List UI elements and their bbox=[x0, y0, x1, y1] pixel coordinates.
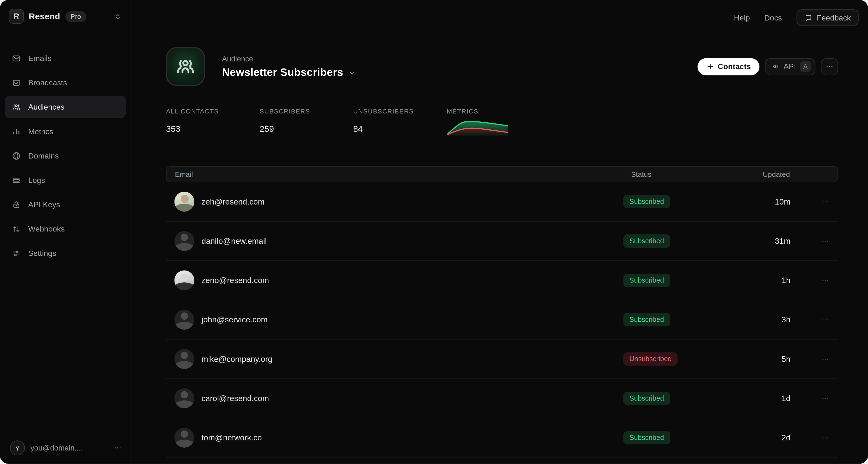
column-header-email[interactable]: Email bbox=[166, 170, 193, 178]
sidebar-nav: Emails Broadcasts Audiences Metrics Doma… bbox=[0, 46, 131, 265]
sidebar-item-broadcasts[interactable]: Broadcasts bbox=[5, 71, 126, 94]
chevron-up-down-icon[interactable] bbox=[114, 12, 122, 20]
shortcut-badge: A bbox=[800, 61, 811, 72]
avatar bbox=[174, 310, 194, 330]
sidebar: R Resend Pro Emails Broadcasts Audiences bbox=[0, 0, 131, 464]
brand-name: Resend bbox=[29, 11, 60, 21]
sidebar-item-audiences[interactable]: Audiences bbox=[5, 96, 126, 118]
row-menu-icon[interactable] bbox=[818, 237, 831, 244]
user-email: you@domain.... bbox=[30, 444, 108, 452]
sidebar-item-label: Logs bbox=[28, 176, 45, 184]
table-row[interactable]: zeno@resend.com Subscribed 1h bbox=[166, 261, 838, 300]
page-title: Newsletter Subscribers bbox=[222, 66, 343, 79]
sidebar-item-label: Settings bbox=[28, 249, 56, 258]
audience-icon-tile bbox=[166, 47, 205, 86]
stats-row: ALL CONTACTS 353 SUBSCRIBERS 259 UNSUBSC… bbox=[166, 108, 838, 136]
docs-link[interactable]: Docs bbox=[764, 13, 782, 22]
people-icon bbox=[175, 56, 196, 77]
stat-subscribers: SUBSCRIBERS 259 bbox=[260, 108, 353, 134]
table-header: Email Status Updated bbox=[166, 166, 838, 182]
stat-metrics: METRICS bbox=[447, 108, 540, 136]
row-menu-icon[interactable] bbox=[818, 277, 831, 284]
add-contacts-button[interactable]: Contacts bbox=[698, 58, 760, 75]
row-menu-icon[interactable] bbox=[818, 395, 831, 402]
page-header: Audience Newsletter Subscribers Contacts… bbox=[166, 47, 838, 86]
row-menu-icon[interactable] bbox=[818, 434, 831, 441]
inbox-icon bbox=[11, 78, 21, 87]
sidebar-item-metrics[interactable]: Metrics bbox=[5, 120, 126, 142]
row-menu-icon[interactable] bbox=[818, 316, 831, 323]
globe-icon bbox=[11, 151, 21, 161]
metrics-sparkline bbox=[447, 118, 509, 136]
feedback-button[interactable]: Feedback bbox=[796, 9, 859, 26]
api-button[interactable]: API A bbox=[765, 58, 815, 75]
sidebar-item-label: Domains bbox=[28, 151, 59, 160]
status-badge: Subscribed bbox=[623, 392, 670, 405]
sidebar-item-label: Emails bbox=[28, 54, 52, 63]
table-row[interactable]: mike@company.org Unsubscribed 5h bbox=[166, 340, 838, 379]
sidebar-item-domains[interactable]: Domains bbox=[5, 145, 126, 167]
bar-chart-icon bbox=[11, 126, 21, 136]
sidebar-item-label: API Keys bbox=[28, 200, 60, 209]
sidebar-item-label: Broadcasts bbox=[28, 78, 67, 87]
help-link[interactable]: Help bbox=[734, 13, 750, 22]
logs-icon bbox=[11, 175, 21, 185]
code-icon bbox=[772, 63, 780, 70]
app-window: R Resend Pro Emails Broadcasts Audiences bbox=[0, 0, 868, 464]
table-row[interactable]: john@service.com Subscribed 3h bbox=[166, 300, 838, 340]
sidebar-item-label: Audiences bbox=[28, 103, 64, 111]
lock-icon bbox=[11, 200, 21, 209]
sidebar-item-logs[interactable]: Logs bbox=[5, 169, 126, 191]
sidebar-item-webhooks[interactable]: Webhooks bbox=[5, 218, 126, 240]
status-badge: Subscribed bbox=[623, 195, 670, 208]
stage: R Resend Pro Emails Broadcasts Audiences bbox=[0, 0, 868, 464]
user-avatar: Y bbox=[10, 441, 25, 456]
more-options-button[interactable] bbox=[821, 58, 838, 75]
speech-bubble-icon bbox=[804, 13, 812, 22]
avatar bbox=[174, 270, 194, 290]
status-badge: Subscribed bbox=[623, 431, 670, 444]
table-row[interactable]: danilo@new.email Subscribed 31m bbox=[166, 222, 838, 261]
workspace-switcher[interactable]: R Resend Pro bbox=[0, 0, 131, 24]
header-text: Audience Newsletter Subscribers bbox=[222, 55, 355, 79]
header-actions: Contacts API A bbox=[698, 58, 838, 75]
column-header-updated[interactable]: Updated bbox=[763, 170, 790, 178]
table-row[interactable]: tom@network.co Subscribed 2d bbox=[166, 418, 838, 458]
plan-badge: Pro bbox=[65, 11, 86, 22]
sidebar-item-emails[interactable]: Emails bbox=[5, 47, 126, 69]
sidebar-item-label: Metrics bbox=[28, 127, 53, 136]
contacts-table: Email Status Updated zeh@resend.com Subs… bbox=[166, 166, 838, 458]
stat-unsubscribers: UNSUBSCRIBERS 84 bbox=[353, 108, 447, 134]
topbar: Help Docs Feedback bbox=[734, 9, 859, 26]
ellipsis-icon[interactable] bbox=[113, 444, 122, 452]
table-row[interactable]: carol@resend.com Subscribed 1d bbox=[166, 379, 838, 418]
status-badge: Subscribed bbox=[623, 274, 670, 287]
sliders-icon bbox=[11, 249, 21, 258]
avatar bbox=[174, 428, 194, 447]
envelope-icon bbox=[11, 54, 21, 63]
chevron-down-icon[interactable] bbox=[348, 69, 355, 76]
sidebar-item-settings[interactable]: Settings bbox=[5, 242, 126, 264]
sidebar-item-label: Webhooks bbox=[28, 224, 65, 233]
status-badge: Subscribed bbox=[623, 234, 670, 248]
stat-all-contacts: ALL CONTACTS 353 bbox=[166, 108, 260, 134]
status-badge: Unsubscribed bbox=[623, 352, 678, 366]
sidebar-item-api-keys[interactable]: API Keys bbox=[5, 194, 126, 215]
user-menu[interactable]: Y you@domain.... bbox=[0, 441, 131, 464]
people-icon bbox=[11, 102, 21, 112]
content: Audience Newsletter Subscribers Contacts… bbox=[131, 0, 868, 458]
page-eyebrow: Audience bbox=[222, 55, 355, 63]
table-row[interactable]: zeh@resend.com Subscribed 10m bbox=[166, 182, 838, 222]
column-header-status[interactable]: Status bbox=[631, 170, 652, 178]
arrows-up-down-icon bbox=[11, 224, 21, 233]
plus-icon bbox=[706, 63, 714, 70]
avatar bbox=[174, 231, 194, 251]
avatar bbox=[174, 388, 194, 408]
row-menu-icon[interactable] bbox=[818, 355, 831, 362]
row-menu-icon[interactable] bbox=[818, 198, 831, 205]
resend-logo: R bbox=[9, 9, 24, 24]
main-area: Help Docs Feedback Audience Newsletter S… bbox=[131, 0, 868, 464]
avatar bbox=[174, 192, 194, 212]
status-badge: Subscribed bbox=[623, 313, 670, 326]
avatar bbox=[174, 349, 194, 369]
